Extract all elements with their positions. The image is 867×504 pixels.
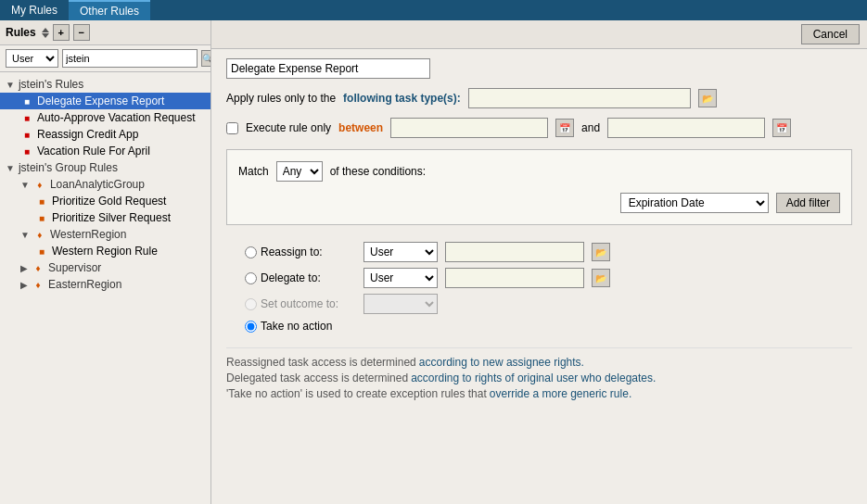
- apply-link-label[interactable]: following task type(s):: [343, 92, 461, 105]
- set-outcome-row: Set outcome to:: [226, 294, 852, 314]
- execute-link-label[interactable]: between: [338, 121, 383, 134]
- take-no-action-radio[interactable]: [245, 321, 257, 333]
- take-no-action-row: Take no action: [226, 320, 852, 333]
- task-type-input[interactable]: [468, 88, 691, 108]
- set-outcome-radio: [245, 298, 257, 310]
- user-section-label: jstein's Rules: [19, 78, 83, 91]
- delegate-radio-label[interactable]: Delegate to:: [245, 271, 356, 284]
- group-toggle[interactable]: ▶: [20, 280, 28, 290]
- rule-icon: ■: [35, 245, 48, 258]
- left-panel: Rules + − User Group 🔍 Go ▼ jstein's Rul…: [0, 20, 211, 504]
- remove-rule-button[interactable]: −: [73, 24, 90, 41]
- rule-prioritize-gold[interactable]: ■ Prioritize Gold Request: [0, 193, 210, 209]
- rule-delegate-expense-report[interactable]: ■ Delegate Expense Report: [0, 93, 210, 109]
- search-input[interactable]: [62, 49, 198, 68]
- execute-label: Execute rule only: [246, 121, 331, 134]
- rule-icon: ■: [20, 128, 33, 141]
- reassign-row: Reassign to: User Group Role 📂: [226, 242, 852, 262]
- right-content: Apply rules only to the following task t…: [211, 49, 867, 504]
- delegate-radio[interactable]: [245, 272, 257, 284]
- tab-other-rules[interactable]: Other Rules: [69, 0, 150, 20]
- execute-start-input[interactable]: [390, 118, 548, 138]
- delegate-row: Delegate to: User Group Role 📂: [226, 268, 852, 288]
- right-panel: Cancel Apply rules only to the following…: [211, 20, 867, 504]
- rule-vacation-rule-april[interactable]: ■ Vacation Rule For April: [0, 143, 210, 159]
- apply-row: Apply rules only to the following task t…: [226, 88, 852, 108]
- search-bar: User Group 🔍 Go: [0, 45, 210, 72]
- apply-prefix-label: Apply rules only to the: [226, 92, 336, 105]
- search-type-select[interactable]: User Group: [6, 49, 58, 68]
- execute-end-browse-button[interactable]: 📅: [772, 119, 791, 137]
- cancel-button[interactable]: Cancel: [801, 24, 860, 44]
- match-row: Match Any All of these conditions:: [238, 161, 840, 182]
- right-toolbar: Cancel: [211, 20, 867, 49]
- rule-icon: ■: [35, 195, 48, 208]
- group-supervisor[interactable]: ▶ ♦ Supervisor: [0, 259, 210, 276]
- match-select[interactable]: Any All: [276, 161, 323, 182]
- filter-row: Expiration Date Priority Due Date Assign…: [238, 193, 840, 213]
- rules-toolbar: Rules + −: [0, 20, 210, 45]
- add-rule-button[interactable]: +: [53, 24, 70, 41]
- and-label: and: [581, 121, 600, 134]
- user-section-toggle[interactable]: ▼: [6, 80, 15, 90]
- info-line-3: 'Take no action' is used to create excep…: [226, 387, 852, 400]
- group-icon: ♦: [32, 261, 45, 274]
- rule-icon: ■: [35, 211, 48, 224]
- sort-up-icon: [42, 28, 49, 32]
- tree-area: ▼ jstein's Rules ■ Delegate Expense Repo…: [0, 72, 210, 504]
- rule-prioritize-silver[interactable]: ■ Prioritize Silver Request: [0, 209, 210, 226]
- group-toggle[interactable]: ▶: [20, 263, 28, 273]
- rule-icon: ■: [20, 145, 33, 158]
- actions-section: Reassign to: User Group Role 📂 Delegate …: [226, 236, 852, 344]
- user-rules-section: ▼ jstein's Rules: [0, 76, 210, 93]
- delegate-browse-button[interactable]: 📂: [592, 269, 610, 287]
- rule-western-region-rule[interactable]: ■ Western Region Rule: [0, 243, 210, 259]
- main-layout: Rules + − User Group 🔍 Go ▼ jstein's Rul…: [0, 20, 867, 504]
- sort-arrows: [42, 28, 49, 38]
- tabs-bar: My Rules Other Rules: [0, 0, 867, 20]
- info-line-1: Reassigned task access is determined acc…: [226, 356, 852, 369]
- filter-select[interactable]: Expiration Date Priority Due Date Assign…: [620, 193, 769, 213]
- group-icon: ♦: [33, 178, 46, 191]
- info-line-2: Delegated task access is determined acco…: [226, 372, 852, 384]
- group-section-label: jstein's Group Rules: [19, 161, 118, 174]
- reassign-value-input[interactable]: [445, 242, 584, 262]
- group-toggle[interactable]: ▼: [20, 230, 30, 240]
- group-icon: ♦: [33, 228, 46, 241]
- execute-rule-checkbox[interactable]: [226, 122, 238, 134]
- sort-down-icon: [42, 33, 49, 38]
- reassign-radio-label[interactable]: Reassign to:: [245, 246, 356, 258]
- add-filter-button[interactable]: Add filter: [776, 193, 840, 213]
- rule-icon: ■: [20, 94, 33, 107]
- group-loan-analytic[interactable]: ▼ ♦ LoanAnalyticGroup: [0, 176, 210, 193]
- reassign-type-select[interactable]: User Group Role: [363, 242, 438, 262]
- set-outcome-select: [363, 294, 438, 314]
- rule-icon: ■: [20, 111, 33, 124]
- info-section: Reassigned task access is determined acc…: [226, 347, 852, 410]
- reassign-radio[interactable]: [245, 246, 257, 258]
- group-rules-section: ▼ jstein's Group Rules: [0, 159, 210, 176]
- rule-reassign-credit-app[interactable]: ■ Reassign Credit App: [0, 126, 210, 143]
- group-toggle[interactable]: ▼: [20, 180, 30, 190]
- conditions-label: of these conditions:: [330, 165, 426, 178]
- execute-end-input[interactable]: [607, 118, 765, 138]
- rule-auto-approve-vacation[interactable]: ■ Auto-Approve Vacation Request: [0, 109, 210, 126]
- take-no-action-radio-label[interactable]: Take no action: [245, 320, 356, 333]
- group-western-region[interactable]: ▼ ♦ WesternRegion: [0, 226, 210, 243]
- set-outcome-radio-label: Set outcome to:: [245, 297, 356, 310]
- tab-my-rules[interactable]: My Rules: [0, 0, 69, 20]
- group-section-toggle[interactable]: ▼: [6, 163, 15, 173]
- execute-row: Execute rule only between 📅 and 📅: [226, 118, 852, 138]
- match-label: Match: [238, 165, 269, 178]
- group-icon: ♦: [32, 278, 45, 291]
- rule-name-input[interactable]: [226, 58, 430, 79]
- delegate-type-select[interactable]: User Group Role: [363, 268, 438, 288]
- reassign-browse-button[interactable]: 📂: [592, 243, 610, 261]
- delegate-value-input[interactable]: [445, 268, 584, 288]
- execute-start-browse-button[interactable]: 📅: [555, 119, 574, 137]
- group-eastern-region[interactable]: ▶ ♦ EasternRegion: [0, 276, 210, 293]
- search-icon-button[interactable]: 🔍: [201, 50, 211, 67]
- rules-label: Rules: [6, 26, 36, 39]
- task-type-browse-button[interactable]: 📂: [698, 89, 717, 107]
- conditions-box: Match Any All of these conditions: Expir…: [226, 149, 852, 225]
